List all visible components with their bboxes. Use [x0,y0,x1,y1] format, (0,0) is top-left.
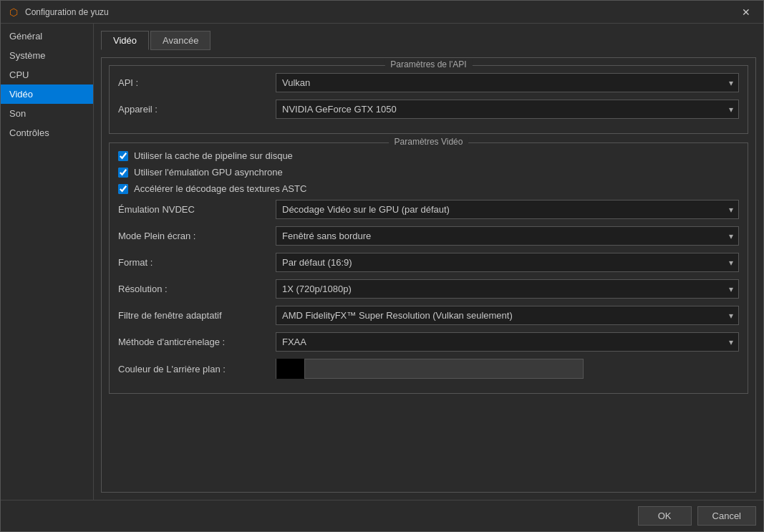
fullscreen-label: Mode Plein écran : [118,231,276,241]
format-select[interactable]: Par défaut (16:9) [276,253,739,272]
checkbox-gpu-async-label: Utiliser l'émulation GPU asynchrone [134,167,283,178]
color-preview [276,359,305,379]
format-select-wrapper: Par défaut (16:9) [276,253,739,272]
fullscreen-select-wrapper: Fenêtré sans bordure [276,226,739,246]
video-section: Paramètres Vidéo Utiliser la cache de pi… [109,142,748,394]
panel-content: Paramètres de l'API API : Vulkan Apparei… [101,57,756,493]
nvdec-select[interactable]: Décodage Vidéo sur le GPU (par défaut) [276,200,739,219]
filter-select-wrapper: AMD FidelityFX™ Super Resolution (Vulkan… [276,306,739,325]
api-section: Paramètres de l'API API : Vulkan Apparei… [109,65,748,134]
bg-color-button[interactable] [276,359,584,379]
nvdec-select-wrapper: Décodage Vidéo sur le GPU (par défaut) [276,200,739,219]
aa-select[interactable]: FXAA [276,332,739,352]
sidebar-item-systeme[interactable]: Système [1,46,93,65]
sidebar-item-video[interactable]: Vidéo [1,84,93,104]
checkbox-astc-label: Accélérer le décodage des textures ASTC [134,183,306,194]
sidebar-item-controles[interactable]: Contrôles [1,123,93,142]
aa-row: Méthode d'anticrénelage : FXAA [118,332,739,352]
cancel-button[interactable]: Cancel [697,506,756,526]
fullscreen-select[interactable]: Fenêtré sans bordure [276,226,739,246]
resolution-label: Résolution : [118,284,276,294]
bg-color-row: Couleur de L'arrière plan : [118,359,739,379]
checkbox-gpu-async-input[interactable] [118,168,128,178]
format-label: Format : [118,257,276,268]
filter-select[interactable]: AMD FidelityFX™ Super Resolution (Vulkan… [276,306,739,325]
filter-label: Filtre de fenêtre adaptatif [118,310,276,321]
api-select[interactable]: Vulkan [276,73,739,92]
content-area: Général Système CPU Vidéo Son Contrôles … [1,24,763,500]
checkbox-cache-label: Utiliser la cache de pipeline sur disque [134,150,293,161]
resolution-select-wrapper: 1X (720p/1080p) [276,279,739,299]
device-row: Appareil : NVIDIA GeForce GTX 1050 [118,100,739,119]
api-select-wrapper: Vulkan [276,73,739,92]
bg-color-label: Couleur de L'arrière plan : [118,364,276,374]
api-section-title: Paramètres de l'API [385,59,472,69]
checkbox-astc-input[interactable] [118,184,128,194]
filter-row: Filtre de fenêtre adaptatif AMD Fidelity… [118,306,739,325]
checkbox-cache: Utiliser la cache de pipeline sur disque [118,150,739,161]
window-title: Configuration de yuzu [25,7,736,17]
video-section-title: Paramètres Vidéo [389,137,469,147]
main-panel: Vidéo Avancée Paramètres de l'API API : … [94,24,763,500]
format-row: Format : Par défaut (16:9) [118,253,739,272]
device-select[interactable]: NVIDIA GeForce GTX 1050 [276,100,739,119]
aa-select-wrapper: FXAA [276,332,739,352]
tab-video[interactable]: Vidéo [101,31,149,50]
nvdec-row: Émulation NVDEC Décodage Vidéo sur le GP… [118,200,739,219]
nvdec-label: Émulation NVDEC [118,204,276,215]
checkbox-gpu-async: Utiliser l'émulation GPU asynchrone [118,167,739,178]
main-window: ⬡ Configuration de yuzu ✕ Général Systèm… [0,0,764,532]
sidebar-item-cpu[interactable]: CPU [1,65,93,84]
ok-button[interactable]: OK [638,506,692,526]
fullscreen-row: Mode Plein écran : Fenêtré sans bordure [118,226,739,246]
resolution-select[interactable]: 1X (720p/1080p) [276,279,739,299]
checkbox-astc: Accélérer le décodage des textures ASTC [118,183,739,194]
close-button[interactable]: ✕ [736,2,756,22]
sidebar-item-son[interactable]: Son [1,104,93,123]
checkbox-cache-input[interactable] [118,151,128,161]
device-select-wrapper: NVIDIA GeForce GTX 1050 [276,100,739,119]
api-row: API : Vulkan [118,73,739,92]
aa-label: Méthode d'anticrénelage : [118,337,276,347]
tab-avancee[interactable]: Avancée [150,31,211,50]
app-icon: ⬡ [8,6,19,18]
sidebar-item-general[interactable]: Général [1,26,93,46]
resolution-row: Résolution : 1X (720p/1080p) [118,279,739,299]
device-label: Appareil : [118,104,276,115]
tab-bar: Vidéo Avancée [101,31,756,50]
title-bar: ⬡ Configuration de yuzu ✕ [1,1,763,24]
sidebar: Général Système CPU Vidéo Son Contrôles [1,24,94,500]
footer: OK Cancel [1,500,763,531]
api-label: API : [118,77,276,88]
